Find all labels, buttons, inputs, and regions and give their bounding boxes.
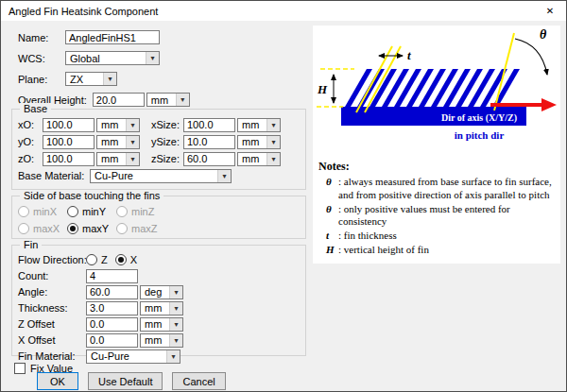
fin-diagram: H t θ Dir of axis (X/Y/Z) in pitch dir — [313, 26, 560, 156]
note-theta-1: θ : always measured from base surface to… — [318, 176, 557, 202]
thickness-label: Thickness: — [18, 302, 86, 314]
z-offset-unit-select[interactable]: mm ▾ — [140, 317, 183, 332]
dropdown-arrow-icon: ▾ — [103, 73, 116, 85]
angle-label: Angle: — [18, 286, 86, 298]
dropdown-arrow-icon: ▾ — [266, 153, 280, 165]
radio-icon — [116, 223, 128, 234]
count-label: Count: — [18, 270, 86, 281]
flow-option-z[interactable]: Z — [86, 254, 108, 265]
radio-icon — [86, 254, 97, 265]
x-offset-input[interactable] — [86, 333, 138, 348]
notes-section: Notes: θ : always measured from base sur… — [313, 158, 560, 257]
radio-icon — [116, 206, 128, 217]
xo-unit-select[interactable]: mm ▾ — [96, 118, 140, 132]
zo-input[interactable] — [43, 152, 94, 166]
theta-label: θ — [540, 27, 547, 42]
plane-label: Plane: — [18, 74, 65, 85]
ysize-label: ySize: — [151, 136, 183, 147]
flow-option-x[interactable]: X — [115, 254, 137, 265]
name-input[interactable] — [65, 30, 160, 44]
zo-unit-select[interactable]: mm ▾ — [96, 152, 140, 166]
ok-button[interactable]: OK — [37, 372, 78, 390]
close-button[interactable]: ✕ — [534, 1, 566, 21]
base-group: Base xO: mm ▾ xSize: mm ▾ yO: mm ▾ — [11, 109, 306, 190]
ysize-unit-select[interactable]: mm ▾ — [237, 135, 281, 149]
x-offset-row: X Offset mm ▾ — [18, 332, 300, 348]
yo-input[interactable] — [43, 135, 94, 149]
count-row: Count: — [18, 268, 300, 283]
checkbox-icon — [14, 363, 26, 374]
side-option-minx[interactable]: minX — [18, 206, 60, 217]
angle-input[interactable] — [86, 285, 138, 299]
radio-icon — [115, 254, 127, 265]
thickness-input[interactable] — [86, 301, 138, 315]
xsize-unit-select[interactable]: mm ▾ — [237, 118, 281, 132]
thickness-row: Thickness: mm ▾ — [18, 300, 300, 315]
base-z-row: zO: mm ▾ zSize: mm ▾ — [18, 151, 300, 166]
ysize-input[interactable] — [183, 135, 235, 149]
angle-row: Angle: deg ▾ — [18, 284, 300, 299]
z-offset-row: Z Offset mm ▾ — [18, 316, 300, 332]
theta-arc — [515, 39, 547, 75]
dropdown-arrow-icon: ▾ — [146, 52, 159, 64]
side-option-maxy[interactable]: maxY — [67, 223, 109, 234]
side-row-max: maxX maxY maxZ — [18, 221, 300, 236]
dropdown-arrow-icon: ▾ — [169, 334, 182, 347]
dropdown-arrow-icon: ▾ — [126, 136, 139, 148]
dropdown-arrow-icon: ▾ — [126, 119, 139, 131]
dropdown-arrow-icon: ▾ — [217, 170, 231, 182]
z-offset-input[interactable] — [86, 317, 138, 332]
name-row: Name: — [18, 29, 160, 45]
t-label: t — [407, 48, 411, 62]
side-option-miny[interactable]: minY — [67, 206, 109, 217]
radio-icon — [67, 223, 78, 234]
overall-height-input[interactable] — [93, 93, 145, 107]
button-row: OK Use Default Cancel — [37, 372, 226, 390]
base-material-select[interactable]: Cu-Pure ▾ — [90, 169, 232, 183]
use-default-button[interactable]: Use Default — [88, 372, 163, 390]
axis-caption-line1: Dir of axis (X/Y/Z) — [441, 112, 517, 124]
base-group-title: Base — [20, 103, 51, 114]
dropdown-arrow-icon: ▾ — [266, 136, 280, 148]
dropdown-arrow-icon: ▾ — [169, 286, 182, 298]
zsize-label: zSize: — [151, 153, 183, 164]
zo-label: zO: — [18, 153, 43, 164]
plane-select[interactable]: ZX ▾ — [65, 72, 117, 86]
base-material-row: Base Material: Cu-Pure ▾ — [18, 168, 300, 183]
dropdown-arrow-icon: ▾ — [126, 153, 139, 165]
fin-group-title: Fin — [20, 239, 42, 250]
xsize-label: xSize: — [151, 119, 183, 130]
base-y-row: yO: mm ▾ ySize: mm ▾ — [18, 134, 300, 149]
window-title: Angled Fin Heatsink Component — [1, 6, 534, 17]
notes-title: Notes: — [318, 160, 557, 174]
zsize-unit-select[interactable]: mm ▾ — [237, 152, 281, 166]
yo-label: yO: — [18, 136, 43, 147]
dropdown-arrow-icon: ▾ — [169, 302, 182, 315]
zsize-input[interactable] — [183, 152, 235, 166]
side-option-maxx[interactable]: maxX — [18, 223, 60, 234]
wcs-row: WCS: Global ▾ — [18, 50, 160, 66]
wcs-select[interactable]: Global ▾ — [65, 51, 160, 65]
side-group: Side of base touching the fins minX minY… — [11, 196, 306, 239]
overall-height-unit-select[interactable]: mm ▾ — [146, 93, 190, 107]
thickness-unit-select[interactable]: mm ▾ — [140, 301, 183, 315]
side-option-minz[interactable]: minZ — [116, 206, 158, 217]
angled-fin-heatsink-dialog: Angled Fin Heatsink Component ✕ Name: WC… — [0, 0, 567, 392]
side-row-min: minX minY minZ — [18, 204, 300, 219]
h-label: H — [317, 82, 328, 96]
angle-unit-select[interactable]: deg ▾ — [140, 285, 183, 299]
titlebar: Angled Fin Heatsink Component ✕ — [1, 1, 566, 21]
note-t: t : fin thickness — [318, 230, 557, 243]
base-material-label: Base Material: — [18, 170, 90, 181]
fin-group: Fin Flow Direction: Z X Count: Angle: de… — [11, 245, 306, 356]
xo-input[interactable] — [43, 118, 94, 132]
x-offset-unit-select[interactable]: mm ▾ — [140, 333, 183, 348]
yo-unit-select[interactable]: mm ▾ — [96, 135, 140, 149]
fin-material-select[interactable]: Cu-Pure ▾ — [86, 349, 180, 364]
cancel-button[interactable]: Cancel — [172, 372, 225, 390]
xsize-input[interactable] — [183, 118, 235, 132]
side-option-maxz[interactable]: maxZ — [116, 223, 158, 234]
wcs-label: WCS: — [18, 53, 65, 64]
count-input[interactable] — [86, 269, 138, 283]
plane-row: Plane: ZX ▾ — [18, 71, 117, 87]
